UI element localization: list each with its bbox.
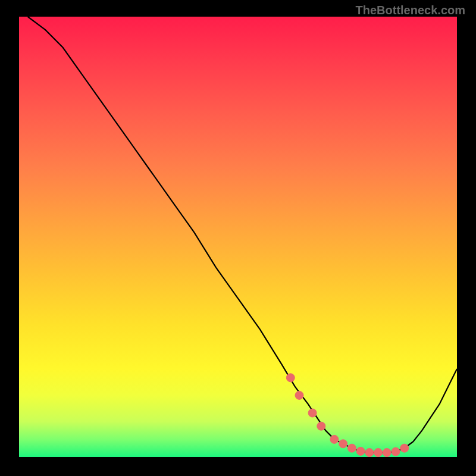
marker-dot (400, 444, 409, 452)
marker-dot (339, 440, 347, 448)
marker-dot (286, 374, 295, 382)
watermark-text: TheBottleneck.com (356, 4, 465, 17)
marker-dot (317, 422, 325, 430)
marker-dot (392, 447, 400, 456)
chart-area (19, 17, 457, 457)
marker-dot (383, 449, 391, 457)
marker-dot (356, 447, 365, 455)
curve-line (28, 17, 457, 453)
chart-svg (19, 17, 457, 457)
marker-dot (330, 435, 339, 443)
marker-dot (365, 449, 374, 457)
marker-dot (308, 409, 317, 417)
marker-dot (374, 449, 383, 457)
curve-markers (286, 374, 408, 457)
marker-dot (295, 391, 303, 399)
marker-dot (347, 444, 356, 452)
